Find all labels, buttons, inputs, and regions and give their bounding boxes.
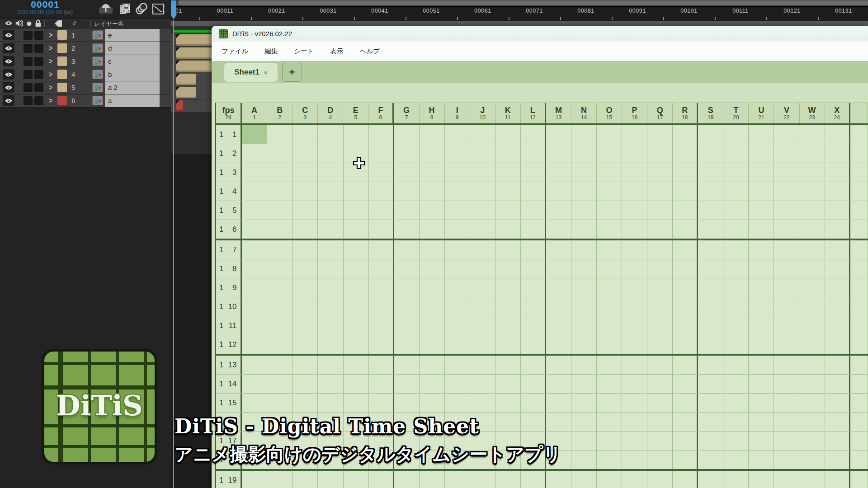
sheet-cell-A6[interactable] [242, 220, 267, 239]
sheet-cell-G10[interactable] [394, 297, 420, 316]
sheet-cell-I9[interactable] [445, 278, 470, 297]
sheet-cell-F7[interactable] [369, 240, 394, 259]
sheet-cell-A3[interactable] [242, 163, 267, 182]
sheet-cell-R4[interactable] [673, 182, 698, 201]
sheet-cell-T9[interactable] [723, 278, 749, 297]
sheet-cell-M9[interactable] [546, 278, 571, 297]
sheet-cell-L2[interactable] [521, 144, 546, 163]
sheet-cell-A11[interactable] [242, 316, 267, 335]
sheet-cell-P4[interactable] [622, 182, 647, 201]
sheet-cell-N16[interactable] [571, 413, 597, 431]
sheet-cell-C2[interactable] [292, 144, 318, 163]
column-header-N[interactable]: N14 [571, 103, 597, 123]
sheet-cell-U7[interactable] [749, 240, 774, 259]
sheet-cell-K13[interactable] [495, 356, 521, 374]
sheet-cell-T6[interactable] [723, 220, 749, 239]
sheet-cell-P19[interactable] [622, 471, 647, 488]
layer-name[interactable]: a 2 [105, 81, 160, 94]
sheet-cell-N1[interactable] [571, 125, 597, 144]
sheet-cell-I12[interactable] [445, 335, 470, 354]
label-tag-icon[interactable] [54, 20, 63, 27]
sheet-cell-C9[interactable] [292, 278, 318, 297]
sheet-cell-E5[interactable] [344, 201, 369, 220]
eye-toggle[interactable] [3, 56, 14, 66]
sheet-cell-H7[interactable] [420, 240, 445, 259]
sheet-cell-F10[interactable] [369, 297, 394, 316]
window-titlebar[interactable]: DiTiS - v2026.02.22 [212, 26, 868, 42]
sheet-cell-U13[interactable] [749, 356, 774, 374]
sheet-cell-M12[interactable] [546, 335, 571, 354]
sheet-cell-R16[interactable] [673, 413, 698, 431]
sheet-cell-S15[interactable] [698, 394, 723, 412]
sheet-cell-S18[interactable] [698, 450, 723, 469]
sheet-cell-U4[interactable] [749, 182, 774, 201]
sheet-cell-X16[interactable] [825, 413, 850, 431]
sheet-cell-T2[interactable] [723, 144, 749, 163]
sheet-cell-O19[interactable] [597, 471, 622, 488]
sheet-cell-C6[interactable] [292, 220, 318, 239]
row-fps-cell[interactable]: 115 [216, 394, 242, 412]
sheet-cell-I4[interactable] [445, 182, 470, 201]
row-fps-cell[interactable]: 112 [216, 335, 242, 354]
sheet-cell-F13[interactable] [369, 356, 394, 374]
eye-toggle[interactable] [3, 30, 14, 40]
column-header-P[interactable]: P16 [622, 103, 647, 123]
sheet-cell-C11[interactable] [292, 316, 318, 335]
sheet-cell-A13[interactable] [242, 356, 267, 374]
column-header-E[interactable]: E5 [343, 103, 368, 123]
audio-toggle[interactable] [24, 83, 33, 92]
sheet-cell-K2[interactable] [495, 144, 521, 163]
column-header-G[interactable]: G7 [394, 103, 419, 123]
sheet-cell-N13[interactable] [571, 356, 597, 374]
sheet-cell-N9[interactable] [571, 278, 597, 297]
sheet-cell-P16[interactable] [622, 413, 647, 431]
sheet-cell-O16[interactable] [597, 413, 622, 431]
sheet-cell-U9[interactable] [749, 278, 774, 297]
sheet-cell-O15[interactable] [597, 394, 622, 412]
sheet-cell-J1[interactable] [470, 125, 495, 144]
sheet-cell-P2[interactable] [622, 144, 647, 163]
sheet-cell-S17[interactable] [698, 432, 723, 450]
motion-blur-icon[interactable] [99, 3, 113, 15]
sheet-cell-U14[interactable] [749, 375, 774, 393]
column-header-A[interactable]: A1 [242, 103, 267, 123]
sheet-cell-N8[interactable] [571, 259, 597, 278]
eye-column-icon[interactable] [5, 20, 13, 26]
sheet-cell-O11[interactable] [597, 316, 622, 335]
sheet-cell-W19[interactable] [799, 471, 825, 488]
row-fps-cell[interactable]: 15 [216, 201, 242, 220]
sheet-cell-P10[interactable] [622, 297, 647, 316]
sheet-cell-G13[interactable] [394, 356, 420, 374]
sheet-cell-F8[interactable] [369, 259, 394, 278]
sheet-cell-X11[interactable] [825, 316, 850, 335]
sheet-cell-V8[interactable] [774, 259, 799, 278]
sheet-cell-C13[interactable] [292, 356, 318, 374]
sheet-cell-K4[interactable] [495, 182, 521, 201]
sheet-cell-V18[interactable] [774, 450, 799, 469]
sheet-cell-X17[interactable] [825, 432, 850, 450]
sheet-cell-D7[interactable] [318, 240, 343, 259]
column-header-R[interactable]: R18 [673, 103, 698, 123]
sheet-cell-E4[interactable] [344, 182, 369, 201]
sheet-cell-K7[interactable] [495, 240, 521, 259]
sheet-cell-G9[interactable] [394, 278, 420, 297]
sheet-cell-S11[interactable] [698, 316, 723, 335]
row-fps-cell[interactable]: 12 [216, 144, 242, 163]
layer-track[interactable] [171, 73, 212, 86]
sheet-cell-C15[interactable] [292, 394, 318, 412]
sheet-cell-X15[interactable] [825, 394, 850, 412]
sheet-cell-B3[interactable] [267, 163, 292, 182]
column-header-T[interactable]: T20 [723, 103, 749, 123]
menu-edit[interactable]: 編集 [264, 47, 278, 56]
sheet-cell-C4[interactable] [292, 182, 318, 201]
sheet-cell-P11[interactable] [622, 316, 647, 335]
sheet-cell-X5[interactable] [825, 201, 850, 220]
layer-label-color[interactable] [57, 30, 67, 40]
sheet-cell-T14[interactable] [723, 375, 749, 393]
sheet-cell-V15[interactable] [774, 394, 799, 412]
sheet-cell-K1[interactable] [495, 125, 521, 144]
sheet-cell-W17[interactable] [799, 432, 825, 450]
sheet-cell-U18[interactable] [749, 450, 774, 469]
sheet-cell-W9[interactable] [799, 278, 825, 297]
sheet-cell-X9[interactable] [825, 278, 850, 297]
